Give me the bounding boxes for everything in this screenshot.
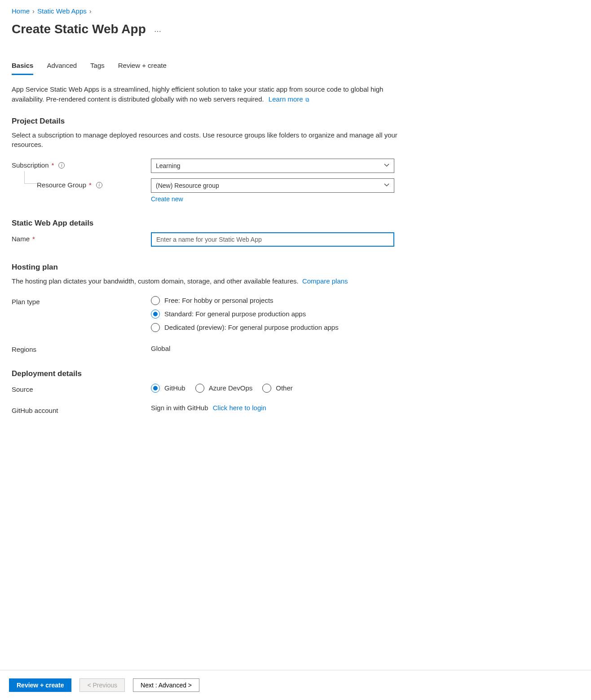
subscription-select[interactable]: Learning: [151, 159, 394, 173]
hosting-plan-desc: The hosting plan dictates your bandwidth…: [12, 276, 404, 286]
tab-basics[interactable]: Basics: [12, 58, 33, 75]
regions-value: Global: [151, 343, 404, 352]
breadcrumb-home[interactable]: Home: [12, 7, 30, 15]
plan-type-free[interactable]: Free: For hobby or personal projects: [151, 296, 404, 305]
breadcrumb-parent[interactable]: Static Web Apps: [37, 7, 87, 15]
external-link-icon: ⧉: [304, 97, 309, 103]
more-actions-icon[interactable]: ⋯: [154, 27, 162, 35]
next-advanced-button[interactable]: Next : Advanced >: [133, 678, 199, 692]
required-indicator: *: [52, 161, 54, 169]
create-new-resource-group-link[interactable]: Create new: [151, 195, 183, 203]
github-login-link[interactable]: Click here to login: [213, 404, 266, 412]
required-indicator: *: [89, 181, 92, 189]
tab-tags[interactable]: Tags: [90, 58, 105, 75]
regions-label: Regions: [12, 343, 151, 353]
tabs: Basics Advanced Tags Review + create: [12, 58, 404, 75]
name-label: Name *: [12, 232, 151, 243]
source-github[interactable]: GitHub: [151, 384, 185, 393]
hosting-plan-heading: Hosting plan: [12, 263, 404, 272]
review-create-button[interactable]: Review + create: [9, 678, 71, 692]
info-icon[interactable]: i: [96, 182, 102, 188]
learn-more-link[interactable]: Learn more ⧉: [269, 95, 309, 103]
source-other[interactable]: Other: [262, 384, 293, 393]
resource-group-select[interactable]: (New) Resource group: [151, 178, 394, 193]
deployment-details-heading: Deployment details: [12, 369, 404, 378]
resource-group-value: (New) Resource group: [156, 182, 219, 189]
plan-type-dedicated[interactable]: Dedicated (preview): For general purpose…: [151, 323, 404, 332]
compare-plans-link[interactable]: Compare plans: [302, 277, 348, 285]
source-label: Source: [12, 383, 151, 393]
chevron-down-icon: [384, 162, 389, 169]
github-account-label: GitHub account: [12, 404, 151, 414]
project-details-desc: Select a subscription to manage deployed…: [12, 130, 404, 150]
plan-type-standard[interactable]: Standard: For general purpose production…: [151, 310, 404, 319]
source-azure-devops[interactable]: Azure DevOps: [195, 384, 253, 393]
breadcrumb: Home › Static Web Apps ›: [12, 7, 404, 15]
chevron-down-icon: [384, 182, 389, 189]
tab-advanced[interactable]: Advanced: [47, 58, 77, 75]
intro-text: App Service Static Web Apps is a streaml…: [12, 84, 404, 104]
project-details-heading: Project Details: [12, 117, 404, 126]
footer-actions: Review + create < Previous Next : Advanc…: [0, 670, 591, 700]
app-name-input[interactable]: [151, 232, 394, 247]
radio-icon: [151, 296, 160, 305]
info-icon[interactable]: i: [58, 162, 65, 168]
radio-icon: [195, 384, 204, 393]
resource-group-label: Resource Group * i: [12, 178, 151, 189]
subscription-label: Subscription * i: [12, 159, 151, 169]
github-signin-text: Sign in with GitHub Click here to login: [151, 404, 404, 412]
subscription-value: Learning: [156, 162, 181, 169]
tree-connector-icon: [24, 171, 37, 184]
page-title: Create Static Web App: [12, 22, 146, 36]
chevron-right-icon: ›: [89, 7, 92, 15]
plan-type-label: Plan type: [12, 295, 151, 306]
radio-icon: [262, 384, 271, 393]
radio-icon: [151, 323, 160, 332]
chevron-right-icon: ›: [32, 7, 35, 15]
radio-icon: [151, 310, 160, 319]
radio-icon: [151, 384, 160, 393]
tab-review-create[interactable]: Review + create: [118, 58, 167, 75]
previous-button[interactable]: < Previous: [79, 678, 125, 692]
required-indicator: *: [32, 235, 35, 243]
app-details-heading: Static Web App details: [12, 219, 404, 228]
